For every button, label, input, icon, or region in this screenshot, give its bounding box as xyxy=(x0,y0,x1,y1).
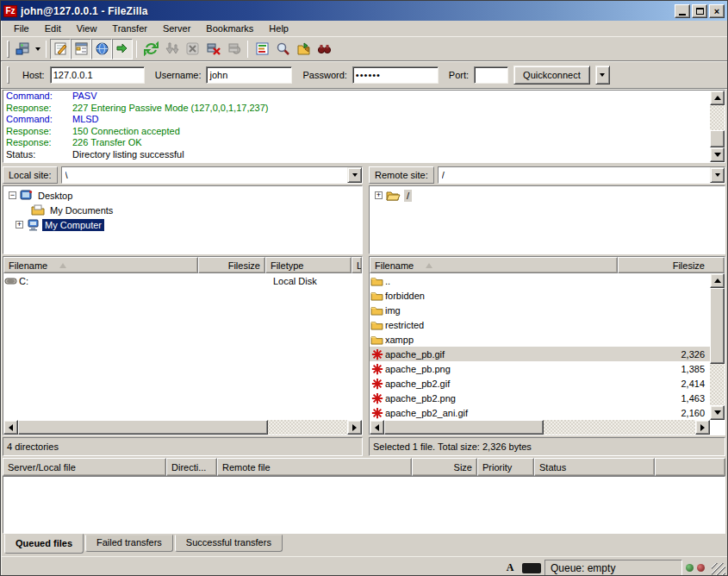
find-files-button[interactable] xyxy=(272,39,293,59)
queue-column-priority[interactable]: Priority xyxy=(477,458,534,476)
scroll-left-button[interactable] xyxy=(3,420,18,435)
collapse-icon[interactable]: − xyxy=(9,191,16,199)
directory-comparison-button[interactable] xyxy=(293,39,314,59)
queue-column-size[interactable]: Size xyxy=(412,458,477,476)
toolbar-grip[interactable] xyxy=(7,41,9,58)
scroll-down-button[interactable] xyxy=(710,405,725,420)
site-manager-icon xyxy=(16,41,30,56)
scroll-thumb[interactable] xyxy=(384,420,544,435)
image-file-icon xyxy=(370,392,384,404)
local-column-filesize[interactable]: Filesize xyxy=(198,257,265,273)
quickconnect-dropdown[interactable] xyxy=(595,66,610,85)
remote-file-row[interactable]: apache_pb2.png 1,463 xyxy=(370,391,710,405)
filezilla-logo-icon: Fz xyxy=(3,5,17,17)
queue-column-filler xyxy=(655,458,725,476)
remote-dir-row[interactable]: xampp xyxy=(370,332,710,347)
menu-view[interactable]: View xyxy=(69,22,105,35)
scroll-up-button[interactable] xyxy=(710,273,725,288)
refresh-button[interactable] xyxy=(140,39,161,59)
tree-item-my-computer[interactable]: + My Computer xyxy=(3,217,362,232)
remote-column-filename[interactable]: Filename xyxy=(370,257,618,273)
remote-dir-row[interactable]: .. xyxy=(370,273,710,288)
port-input[interactable] xyxy=(474,66,508,84)
toggle-log-button[interactable] xyxy=(50,39,71,59)
scroll-down-button[interactable] xyxy=(710,147,725,162)
toggle-queue-button[interactable] xyxy=(112,39,133,59)
remote-dir-row[interactable]: img xyxy=(370,303,710,317)
queue-column-status[interactable]: Status xyxy=(534,458,655,476)
menu-file[interactable]: File xyxy=(6,22,37,35)
queue-body[interactable] xyxy=(3,476,725,534)
remote-file-row[interactable]: apache_pb.png 1,385 xyxy=(370,361,710,376)
log-line: Command:MLSD xyxy=(3,114,725,126)
toolbar-separator xyxy=(136,41,137,58)
scroll-up-button[interactable] xyxy=(710,91,725,105)
tab-failed-transfers[interactable]: Failed transfers xyxy=(85,535,173,552)
log-scrollbar[interactable] xyxy=(710,91,725,162)
local-file-row[interactable]: C: Local Disk xyxy=(3,273,362,288)
close-button[interactable]: × xyxy=(709,4,725,18)
process-queue-button[interactable] xyxy=(161,39,182,59)
host-input[interactable] xyxy=(50,66,145,84)
log-line: Response:150 Connection accepted xyxy=(3,126,725,138)
scroll-right-button[interactable] xyxy=(347,420,362,435)
queue-column-direction[interactable]: Directi... xyxy=(166,458,217,476)
queue-column-server-local-file[interactable]: Server/Local file xyxy=(3,458,166,476)
disconnect-button[interactable] xyxy=(202,39,223,59)
tab-queued-files[interactable]: Queued files xyxy=(4,534,84,554)
remote-site-dropdown[interactable] xyxy=(710,167,725,183)
scroll-thumb[interactable] xyxy=(710,130,725,147)
local-column-filename[interactable]: Filename xyxy=(3,257,198,273)
local-column-lastmodified[interactable]: L xyxy=(352,257,362,273)
remote-dir-row[interactable]: forbidden xyxy=(370,288,710,303)
password-input[interactable] xyxy=(352,66,439,84)
quickconnect-grip[interactable] xyxy=(7,66,9,84)
window-title: john@127.0.0.1 - FileZilla xyxy=(21,5,673,17)
menu-server[interactable]: Server xyxy=(155,22,198,35)
reconnect-button[interactable] xyxy=(223,39,244,59)
remote-vertical-scrollbar[interactable] xyxy=(710,273,725,420)
menu-transfer[interactable]: Transfer xyxy=(104,22,155,35)
local-horizontal-scrollbar[interactable] xyxy=(3,420,362,435)
tree-item-my-documents[interactable]: My Documents xyxy=(3,203,362,217)
remote-site-input[interactable] xyxy=(439,167,710,183)
scroll-right-button[interactable] xyxy=(695,420,710,435)
menu-bookmarks[interactable]: Bookmarks xyxy=(198,22,261,35)
expand-icon[interactable]: + xyxy=(375,191,383,199)
scroll-thumb[interactable] xyxy=(18,420,268,435)
local-site-input[interactable] xyxy=(62,167,347,183)
resize-grip[interactable] xyxy=(712,563,725,576)
remote-column-filesize[interactable]: Filesize xyxy=(618,257,725,273)
tree-item-desktop[interactable]: − Desktop xyxy=(3,188,362,203)
site-manager-button[interactable] xyxy=(12,39,33,59)
remote-horizontal-scrollbar[interactable] xyxy=(370,420,710,435)
minimize-button[interactable] xyxy=(675,4,690,18)
menu-help[interactable]: Help xyxy=(261,22,296,35)
maximize-button[interactable] xyxy=(692,4,707,18)
local-column-filetype[interactable]: Filetype xyxy=(265,257,352,273)
username-label: Username: xyxy=(155,70,202,80)
local-site-dropdown[interactable] xyxy=(347,167,362,183)
cancel-operation-button[interactable] xyxy=(182,39,202,59)
toggle-remote-tree-button[interactable] xyxy=(91,39,112,59)
expand-icon[interactable]: + xyxy=(16,221,23,229)
search-icon xyxy=(276,41,290,56)
queue-tabs: Queued files Failed transfers Successful… xyxy=(1,534,727,556)
menu-edit[interactable]: Edit xyxy=(37,22,69,35)
quickconnect-button[interactable]: Quickconnect xyxy=(513,66,590,85)
remote-file-row[interactable]: apache_pb2_ani.gif 2,160 xyxy=(370,405,710,420)
filter-button[interactable] xyxy=(314,39,334,59)
site-manager-dropdown[interactable] xyxy=(33,39,42,59)
tree-item-root[interactable]: + / xyxy=(370,188,725,203)
remote-file-row[interactable]: apache_pb2.gif 2,414 xyxy=(370,376,710,391)
remote-dir-row[interactable]: restricted xyxy=(370,317,710,332)
scroll-left-button[interactable] xyxy=(370,420,384,435)
toggle-local-tree-button[interactable] xyxy=(71,39,91,59)
queue-view-button[interactable] xyxy=(252,39,272,59)
remote-file-row-selected[interactable]: apache_pb.gif 2,326 xyxy=(370,347,710,361)
queue-column-remote-file[interactable]: Remote file xyxy=(217,458,412,476)
username-input[interactable] xyxy=(206,66,292,84)
tab-successful-transfers[interactable]: Successful transfers xyxy=(175,535,283,552)
scroll-thumb[interactable] xyxy=(710,288,725,364)
window-titlebar[interactable]: Fz john@127.0.0.1 - FileZilla × xyxy=(1,1,727,21)
